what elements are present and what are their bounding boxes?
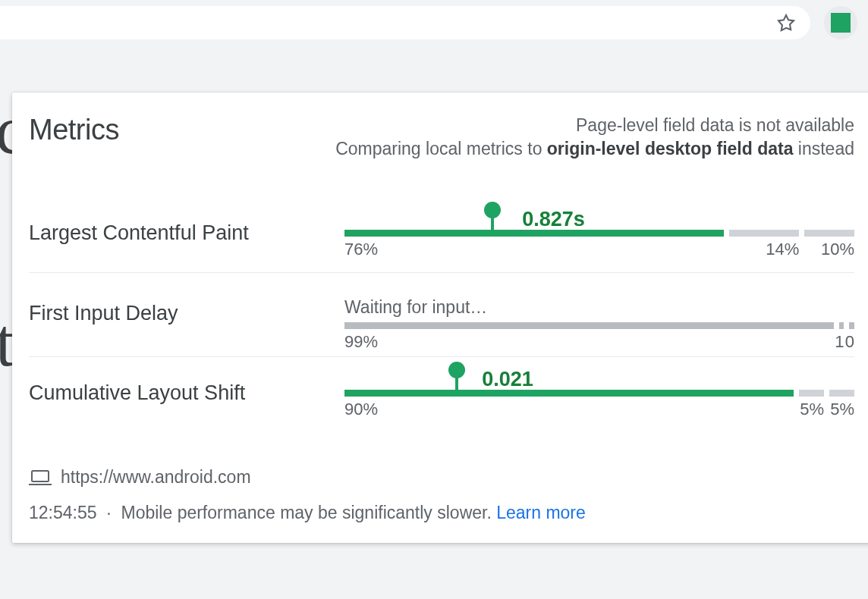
metric-marker (448, 362, 465, 397)
metric-row: First Input DelayWaiting for input…99%10 (29, 273, 854, 357)
distribution-bar: 90%5%5% (344, 390, 854, 397)
metrics-list: Largest Contentful Paint76%14%10%0.827sF… (29, 197, 854, 432)
segment-label: 99% (344, 332, 378, 352)
metric-value: 0.827s (522, 208, 585, 231)
bar-segment: 5% (829, 390, 854, 397)
segment-label: 5% (800, 400, 824, 419)
metric-row: Largest Contentful Paint76%14%10%0.827s (29, 197, 854, 273)
distribution-bar: 99%10 (344, 322, 854, 329)
metric-marker (484, 202, 501, 237)
bar-segment: 10% (804, 230, 854, 237)
bar-segment: 1 (839, 322, 844, 329)
segment-label: 5% (830, 400, 854, 419)
bar-segment: 14% (729, 230, 799, 237)
bar-segment: 5% (799, 390, 824, 397)
segment-label: 1 (835, 332, 844, 352)
segment-label: 10% (821, 240, 854, 259)
distribution-bar: 76%14%10% (344, 230, 854, 237)
subtitle-bold: origin-level desktop field data (547, 139, 794, 158)
extension-button[interactable] (824, 6, 857, 39)
segment-label: 0 (845, 332, 854, 352)
subtitle-suffix: instead (793, 139, 854, 158)
metric-waiting-label: Waiting for input… (344, 297, 854, 318)
metric-row: Cumulative Layout Shift90%5%5%0.021 (29, 357, 854, 432)
popup-subtitle: Page-level field data is not available C… (335, 114, 854, 161)
metric-name: Cumulative Layout Shift (29, 381, 344, 405)
segment-label: 90% (344, 400, 378, 419)
extension-icon (831, 13, 851, 33)
metric-bar: Waiting for input…99%10 (344, 297, 854, 329)
metric-name: Largest Contentful Paint (29, 221, 344, 245)
web-vitals-popup: Metrics Page-level field data is not ava… (12, 93, 868, 543)
footer-url: https://www.android.com (61, 467, 251, 488)
subtitle-line1: Page-level field data is not available (576, 115, 854, 135)
svg-rect-0 (32, 471, 49, 481)
bar-segment: 90% (344, 390, 794, 397)
metric-bar: 76%14%10%0.827s (344, 230, 854, 237)
subtitle-prefix: Comparing local metrics to (335, 139, 547, 158)
footer-note: Mobile performance may be significantly … (121, 503, 491, 522)
bar-segment: 99% (344, 322, 834, 329)
learn-more-link[interactable]: Learn more (496, 503, 586, 522)
segment-label: 14% (766, 240, 799, 259)
browser-toolbar (0, 0, 868, 45)
footer-note-line: 12:54:55 · Mobile performance may be sig… (29, 503, 854, 523)
bar-segment: 0 (849, 322, 854, 329)
metric-name: First Input Delay (29, 302, 344, 325)
bookmark-star-icon[interactable] (775, 12, 797, 33)
metric-value: 0.021 (482, 368, 533, 391)
segment-label: 76% (344, 240, 378, 259)
footer-time: 12:54:55 (29, 503, 97, 522)
popup-header: Metrics Page-level field data is not ava… (29, 114, 854, 161)
popup-title: Metrics (29, 114, 119, 146)
popup-footer: https://www.android.com 12:54:55 · Mobil… (29, 467, 854, 523)
metric-bar: 90%5%5%0.021 (344, 390, 854, 397)
footer-separator: · (106, 503, 111, 522)
footer-url-line: https://www.android.com (29, 467, 854, 488)
omnibox[interactable] (0, 6, 810, 39)
desktop-icon (29, 469, 52, 486)
